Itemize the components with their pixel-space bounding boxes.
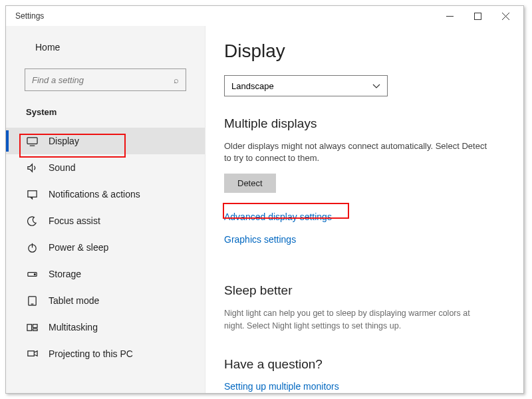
home-nav[interactable]: Home [6,38,205,57]
setting-up-monitors-link[interactable]: Setting up multiple monitors [224,381,505,392]
multitasking-icon [26,321,38,333]
svg-rect-14 [33,324,37,327]
projecting-icon [26,348,38,360]
tablet-icon [26,295,38,307]
sleep-better-text: Night light can help you get to sleep by… [224,307,490,331]
maximize-button[interactable] [464,8,491,25]
sidebar-item-power-sleep[interactable]: Power & sleep [6,234,205,261]
sidebar-item-label: Notifications & actions [49,189,140,200]
sidebar-item-display[interactable]: Display [6,128,205,154]
svg-rect-6 [27,190,36,196]
category-label: System [6,103,205,121]
home-label: Home [35,42,60,53]
settings-window: Settings Home ⌕ System Display [5,5,524,394]
close-button[interactable] [491,8,519,25]
svg-rect-16 [27,350,33,356]
svg-point-10 [34,273,35,275]
svg-rect-1 [474,13,481,19]
minimize-button[interactable] [436,8,464,25]
sidebar-item-label: Tablet mode [49,295,99,306]
have-question-heading: Have a question? [224,357,505,372]
sidebar-item-tablet-mode[interactable]: Tablet mode [6,287,205,314]
sidebar-item-notifications[interactable]: Notifications & actions [6,181,205,207]
display-icon [26,135,38,147]
sidebar-item-label: Sound [49,162,75,173]
sound-icon [26,162,38,174]
multiple-displays-text: Older displays might not always connect … [224,140,490,164]
multiple-displays-heading: Multiple displays [224,116,505,131]
detect-button[interactable]: Detect [224,174,276,193]
sleep-better-heading: Sleep better [224,283,505,298]
window-title: Settings [15,11,44,21]
storage-icon [26,268,38,280]
sidebar-item-focus-assist[interactable]: Focus assist [6,207,205,234]
sidebar-item-multitasking[interactable]: Multitasking [6,314,205,340]
sidebar-item-projecting[interactable]: Projecting to this PC [6,340,205,367]
sidebar-item-sound[interactable]: Sound [6,154,205,181]
graphics-settings-link[interactable]: Graphics settings [224,234,505,245]
orientation-dropdown[interactable]: Landscape [224,75,388,96]
chevron-down-icon [372,81,380,91]
svg-rect-15 [33,329,37,331]
moon-icon [26,215,38,227]
window-controls [436,8,519,25]
sidebar-item-label: Storage [49,269,81,279]
main-content: Display Landscape Multiple displays Olde… [205,26,523,393]
sidebar-item-label: Projecting to this PC [49,348,133,359]
search-icon: ⌕ [174,75,179,85]
notifications-icon [26,188,38,200]
search-box[interactable]: ⌕ [25,68,186,91]
svg-rect-4 [27,137,37,143]
power-icon [26,241,38,253]
svg-rect-13 [27,324,31,330]
dropdown-value: Landscape [231,81,274,91]
advanced-display-settings-link[interactable]: Advanced display settings [224,211,505,222]
sidebar-item-label: Power & sleep [49,242,108,253]
search-input[interactable] [32,75,157,85]
sidebar-item-storage[interactable]: Storage [6,261,205,287]
sidebar: Home ⌕ System Display Sound Notification… [6,26,205,393]
sidebar-item-label: Focus assist [49,215,100,226]
nav-list: Display Sound Notifications & actions Fo… [6,128,205,367]
sidebar-item-label: Multitasking [49,322,98,332]
sidebar-item-label: Display [49,136,79,146]
titlebar: Settings [6,6,523,26]
page-title: Display [224,41,505,62]
